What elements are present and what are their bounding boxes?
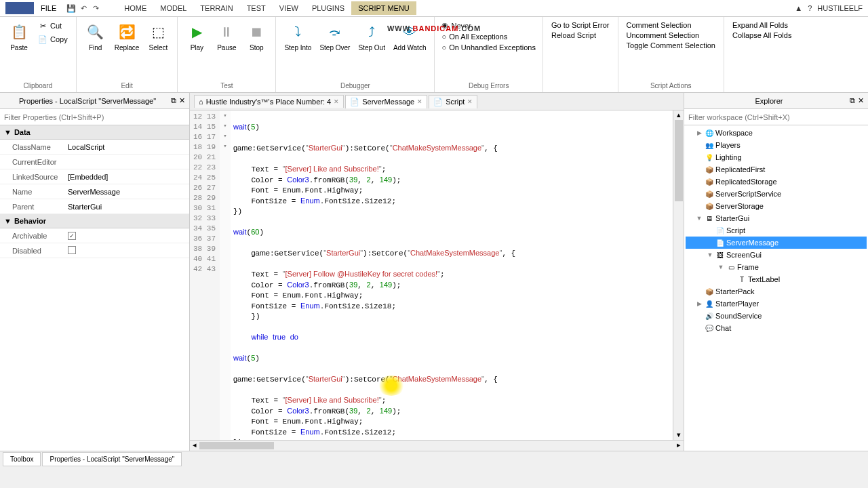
tab-model[interactable]: MODEL [153, 1, 193, 15]
username: HUSTILEELF [817, 4, 863, 12]
explorer-title: Explorer [688, 97, 850, 105]
tree-item-replicatedfirst[interactable]: 📦ReplicatedFirst [686, 163, 867, 176]
stop-button[interactable]: ⏹Stop [243, 20, 270, 53]
tab-plugins[interactable]: PLUGINS [305, 1, 351, 15]
close-icon[interactable]: ✕ [467, 98, 473, 105]
tree-item-workspace[interactable]: ▶🌐Workspace [686, 127, 867, 139]
editor-tabs: ⌂Hustle Industry's™'s Place Number: 4✕📄S… [190, 93, 684, 110]
tree-item-starterplayer[interactable]: ▶👤StarterPlayer [686, 298, 867, 310]
help-icon[interactable]: ? [808, 4, 812, 12]
dock-icon[interactable]: ⧉ [850, 96, 855, 105]
stepinto-button[interactable]: ⤵Step Into [281, 20, 314, 53]
tree-item-textlabel[interactable]: TTextLabel [686, 273, 867, 285]
radio-allexc[interactable]: ○On All Exceptions [441, 33, 535, 41]
user-area: ▲ ? HUSTILEELF [795, 4, 863, 12]
tree-item-servermessage[interactable]: 📄ServerMessage [686, 237, 867, 249]
code-area[interactable]: 12 13 14 15 16 17 18 19 20 21 22 23 24 2… [190, 110, 684, 440]
save-icon[interactable]: 💾 [66, 3, 77, 14]
tree-item-script[interactable]: 📄Script [686, 224, 867, 237]
select-button[interactable]: ⬚Select [144, 20, 172, 53]
notifications-icon[interactable]: ▲ [795, 4, 802, 12]
toggle-comment[interactable]: Toggle Comment Selection [627, 41, 715, 49]
tab-test[interactable]: TEST [240, 1, 273, 15]
copy-button[interactable]: 📄Copy [35, 33, 71, 45]
expand-folds[interactable]: Expand All Folds [732, 21, 791, 29]
editor-tab[interactable]: 📄Script✕ [429, 95, 477, 108]
tree-item-chat[interactable]: 💬Chat [686, 322, 867, 334]
dock-icon[interactable]: ⧉ [171, 96, 176, 105]
reload-script[interactable]: Reload Script [551, 31, 610, 39]
close-icon[interactable]: ✕ [334, 98, 339, 105]
pause-button[interactable]: ⏸Pause [213, 20, 240, 53]
tab-scriptmenu[interactable]: SCRIPT MENU [351, 1, 416, 15]
line-gutter: 12 13 14 15 16 17 18 19 20 21 22 23 24 2… [190, 110, 220, 440]
editor-area: ⌂Hustle Industry's™'s Place Number: 4✕📄S… [190, 93, 684, 451]
close-icon[interactable]: ✕ [858, 96, 864, 105]
undo-icon[interactable]: ↶ [78, 3, 89, 14]
tab-terrain[interactable]: TERRAIN [193, 1, 239, 15]
play-button[interactable]: ▶Play [183, 20, 210, 53]
tree-item-serverscriptservice[interactable]: 📦ServerScriptService [686, 188, 867, 200]
horizontal-scrollbar[interactable]: ◂ ▸ [190, 440, 684, 451]
tree-item-frame[interactable]: ▼▭Frame [686, 261, 867, 273]
find-button[interactable]: 🔍Find [82, 20, 109, 53]
tree-item-serverstorage[interactable]: 📦ServerStorage [686, 200, 867, 212]
tab-home[interactable]: HOME [117, 1, 153, 15]
replace-button[interactable]: 🔁Replace [112, 20, 142, 53]
paste-button[interactable]: 📋Paste [5, 20, 33, 53]
tree-item-replicatedstorage[interactable]: 📦ReplicatedStorage [686, 176, 867, 188]
tree-item-startergui[interactable]: ▼🖥StarterGui [686, 212, 867, 224]
editor-tab[interactable]: ⌂Hustle Industry's™'s Place Number: 4✕ [194, 95, 344, 108]
stepover-button[interactable]: ⤼Step Over [317, 20, 353, 53]
quick-access-toolbar: 💾 ↶ ↷ [66, 3, 101, 14]
ribbon-tabs: HOME MODEL TERRAIN TEST VIEW PLUGINS SCR… [117, 1, 416, 15]
explorer-panel: Explorer ⧉ ✕ ▶🌐Workspace👥Players💡Lightin… [684, 93, 868, 451]
properties-tab[interactable]: Properties - LocalScript "ServerMessage" [42, 452, 182, 466]
app-logo [5, 2, 34, 14]
radio-never[interactable]: ◉Never [441, 21, 535, 30]
title-bar: FILE 💾 ↶ ↷ HOME MODEL TERRAIN TEST VIEW … [0, 0, 868, 17]
close-icon[interactable]: ✕ [417, 98, 422, 105]
tree-item-starterpack[interactable]: 📦StarterPack [686, 285, 867, 298]
behavior-section[interactable]: ▼Behavior [0, 214, 189, 228]
editor-tab[interactable]: 📄ServerMessage✕ [345, 95, 427, 108]
vertical-scrollbar[interactable]: ▴ ▾ [673, 110, 684, 440]
cut-button[interactable]: ✂Cut [35, 20, 71, 32]
tree-item-screengui[interactable]: ▼🖼ScreenGui [686, 249, 867, 261]
ribbon: 📋Paste ✂Cut 📄Copy Clipboard 🔍Find 🔁Repla… [0, 17, 868, 93]
uncomment-selection[interactable]: Uncomment Selection [627, 31, 715, 39]
properties-filter[interactable] [0, 109, 189, 125]
goto-error[interactable]: Go to Script Error [551, 21, 610, 29]
toolbox-tab[interactable]: Toolbox [3, 452, 41, 466]
tree-item-players[interactable]: 👥Players [686, 139, 867, 151]
properties-panel: Properties - LocalScript "ServerMessage"… [0, 93, 190, 451]
data-section[interactable]: ▼Data [0, 125, 189, 140]
tree-item-lighting[interactable]: 💡Lighting [686, 151, 867, 163]
disabled-checkbox[interactable] [68, 246, 76, 254]
collapse-folds[interactable]: Collapse All Folds [732, 31, 791, 39]
addwatch-button[interactable]: 👁Add Watch [391, 20, 429, 53]
properties-title: Properties - LocalScript "ServerMessage" [4, 97, 171, 105]
radio-unhandled[interactable]: ○On Unhandled Exceptions [441, 43, 535, 52]
bottom-tabs: Toolbox Properties - LocalScript "Server… [0, 451, 868, 467]
file-menu[interactable]: FILE [37, 4, 60, 12]
code-content[interactable]: wait(5) game:GetService("StarterGui"):Se… [231, 110, 673, 440]
tab-view[interactable]: VIEW [273, 1, 305, 15]
comment-selection[interactable]: Comment Selection [627, 21, 715, 29]
stepout-button[interactable]: ⤴Step Out [355, 20, 387, 53]
main-area: Properties - LocalScript "ServerMessage"… [0, 93, 868, 451]
archivable-checkbox[interactable] [68, 232, 76, 240]
redo-icon[interactable]: ↷ [90, 3, 101, 14]
explorer-filter[interactable] [684, 109, 868, 125]
tree-item-soundservice[interactable]: 🔊SoundService [686, 310, 867, 322]
explorer-tree[interactable]: ▶🌐Workspace👥Players💡Lighting📦ReplicatedF… [684, 125, 868, 451]
close-icon[interactable]: ✕ [179, 96, 185, 105]
fold-column[interactable]: ▾ ▾ ▾ ▾ [220, 110, 231, 440]
